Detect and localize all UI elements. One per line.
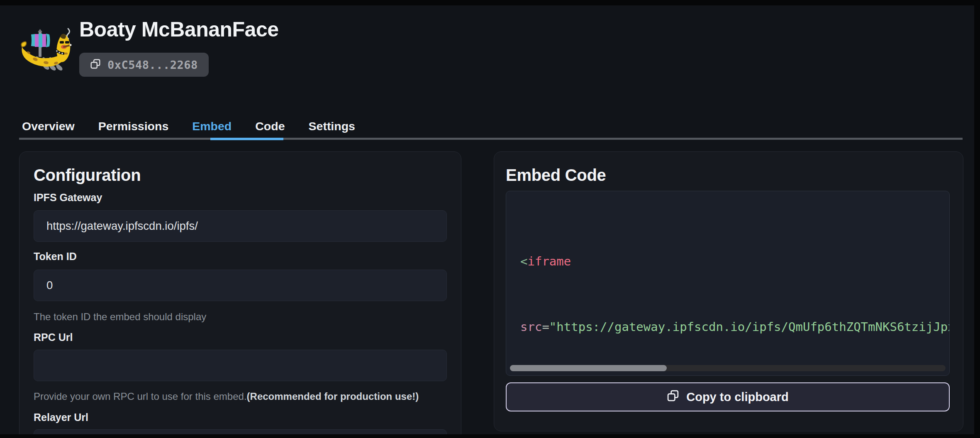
contract-address: 0xC548...2268	[107, 58, 198, 71]
active-tab-indicator	[210, 138, 283, 140]
embed-code-card: Embed Code <iframe src="https://gateway.…	[494, 151, 963, 431]
contract-address-badge[interactable]: 0xC548...2268	[79, 53, 209, 77]
tab-bar: Overview Permissions Embed Code Settings	[22, 117, 355, 136]
page: Boaty McBananFace 0xC548...2268 Overview…	[0, 5, 974, 434]
tab-embed[interactable]: Embed	[192, 119, 232, 133]
rpc-url-helper: Provide your own RPC url to use for this…	[34, 391, 447, 402]
token-id-helper: The token ID the embed should display	[34, 311, 447, 323]
embed-code-text: <iframe src="https://gateway.ipfscdn.io/…	[506, 191, 949, 376]
horizontal-scrollbar[interactable]	[510, 365, 946, 371]
token-id-input[interactable]	[34, 270, 447, 301]
ipfs-gateway-input[interactable]	[34, 210, 447, 242]
ipfs-gateway-label: IPFS Gateway	[34, 191, 447, 204]
scrollbar-thumb[interactable]	[510, 365, 667, 371]
rpc-url-label: RPC Url	[34, 331, 447, 343]
embed-code-title: Embed Code	[506, 165, 951, 185]
tab-code[interactable]: Code	[255, 119, 285, 133]
banana-boat-logo	[19, 23, 72, 73]
configuration-card: Configuration IPFS Gateway Token ID The …	[19, 151, 461, 434]
tab-permissions[interactable]: Permissions	[98, 119, 169, 133]
copy-icon	[90, 58, 101, 71]
tab-settings[interactable]: Settings	[309, 119, 355, 133]
embed-code-block[interactable]: <iframe src="https://gateway.ipfscdn.io/…	[506, 191, 950, 376]
code-line: <iframe	[520, 251, 949, 273]
page-title: Boaty McBananFace	[79, 17, 279, 42]
relayer-url-input[interactable]	[34, 429, 447, 434]
copy-to-clipboard-button[interactable]: Copy to clipboard	[506, 382, 950, 411]
copy-icon	[667, 389, 679, 405]
rpc-url-helper-bold: (Recommended for production use!)	[247, 391, 419, 402]
tab-overview[interactable]: Overview	[22, 119, 75, 133]
copy-button-label: Copy to clipboard	[686, 390, 789, 404]
relayer-url-label: Relayer Url	[34, 411, 447, 423]
tab-divider	[19, 138, 963, 140]
code-line: src="https://gateway.ipfscdn.io/ipfs/QmU…	[520, 316, 949, 338]
configuration-title: Configuration	[34, 165, 447, 185]
rpc-url-input[interactable]	[34, 350, 447, 381]
token-id-label: Token ID	[34, 250, 447, 263]
